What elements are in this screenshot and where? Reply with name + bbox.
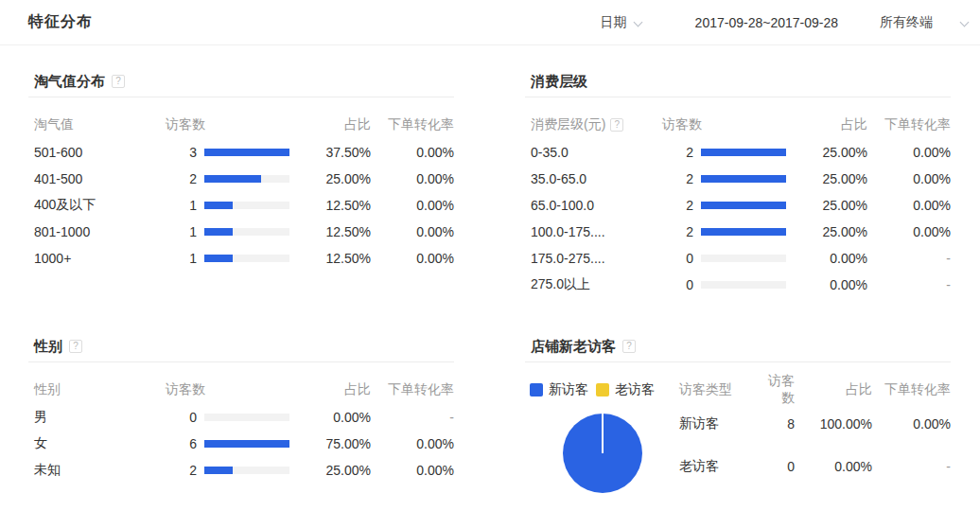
table-header: 消费层级(元) ? 访客数 占比 下单转化率: [525, 117, 951, 132]
visitor-count: 2: [662, 145, 693, 160]
share-value: 12.50%: [289, 224, 371, 239]
bar-track: [204, 228, 289, 236]
legend-label: 新访客: [549, 381, 588, 398]
bar-fill: [204, 202, 233, 209]
bar-track: [701, 202, 786, 209]
row-label: 275.0以上: [525, 276, 662, 293]
pie-legend: 新访客老访客: [525, 381, 679, 398]
panel-title: 店铺新老访客: [531, 339, 616, 354]
share-value: 25.00%: [786, 198, 867, 213]
table-row: 男00.00%-: [28, 404, 454, 431]
legend-item[interactable]: 新访客: [530, 381, 588, 398]
table-row: 175.0-275....00.00%-: [525, 245, 951, 272]
conversion-value: 0.00%: [867, 171, 951, 186]
visitor-count: 0: [764, 459, 795, 474]
column-header-share: 占比: [795, 381, 872, 398]
table-body: 0-35.0225.00%0.00%35.0-65.0225.00%0.00%6…: [525, 139, 951, 298]
column-header-label: 消费层级(元) ?: [525, 116, 662, 133]
share-value: 25.00%: [289, 171, 371, 186]
visitor-count: 1: [166, 224, 197, 239]
table-row: 501-600337.50%0.00%: [28, 139, 454, 166]
share-value: 12.50%: [289, 251, 371, 266]
date-range-picker[interactable]: 2017-09-28~2017-09-28: [695, 15, 838, 30]
table-body: 501-600337.50%0.00%401-500225.00%0.00%40…: [28, 139, 454, 272]
bar-fill: [204, 255, 233, 262]
share-value: 37.50%: [289, 145, 371, 160]
panel-title: 性别: [34, 339, 62, 354]
help-icon[interactable]: ?: [112, 75, 125, 88]
table-row: 801-1000112.50%0.00%: [28, 219, 454, 245]
conversion-value: 0.00%: [371, 171, 454, 186]
conversion-value: 0.00%: [867, 198, 951, 213]
visitor-count: 0: [662, 277, 693, 292]
table-row: 275.0以上00.00%-: [525, 272, 951, 298]
terminal-label: 所有终端: [880, 14, 933, 31]
visitor-count: 6: [166, 436, 197, 451]
table-header: 性别 访客数 占比 下单转化率: [28, 382, 454, 397]
conversion-value: 0.00%: [867, 145, 951, 160]
column-header-visitors: 访客数: [662, 116, 786, 133]
bar-track: [204, 255, 289, 262]
table-row: 400及以下112.50%0.00%: [28, 192, 454, 219]
bar-track: [204, 149, 289, 156]
panel-title: 淘气值分布: [34, 74, 105, 89]
date-type-dropdown[interactable]: 日期: [601, 14, 644, 31]
help-icon[interactable]: ?: [622, 340, 636, 353]
bar-track: [701, 281, 786, 289]
row-label: 801-1000: [28, 224, 166, 239]
table-row: 65.0-100.0225.00%0.00%: [525, 192, 951, 219]
panel-title-row: 淘气值分布 ?: [28, 74, 454, 97]
table-row: 新访客8100.00%0.00%: [679, 402, 951, 445]
column-header-label: 淘气值: [28, 116, 166, 133]
panel-consumption-level: 消费层级 消费层级(元) ? 访客数 占比 下单转化率 0-35.0225.00…: [525, 74, 951, 298]
table-row: 401-500225.00%0.00%: [28, 166, 454, 192]
visitor-count: 1: [166, 198, 197, 213]
column-header-share: 占比: [289, 381, 371, 398]
column-header-visitors: 访客数: [166, 116, 289, 133]
bar-track: [204, 202, 289, 209]
share-value: 0.00%: [795, 459, 872, 474]
legend-item[interactable]: 老访客: [596, 381, 655, 398]
help-icon[interactable]: ?: [610, 118, 623, 132]
chevron-down-icon: [633, 17, 644, 28]
page-title: 特征分布: [28, 12, 93, 32]
bar-fill: [204, 440, 289, 448]
visitor-count: 2: [166, 171, 197, 186]
legend-swatch-icon: [530, 383, 543, 396]
bar-track: [701, 149, 786, 156]
help-icon[interactable]: ?: [69, 340, 82, 353]
share-value: 100.00%: [795, 416, 872, 432]
table-row: 老访客00.00%-: [679, 445, 951, 487]
column-header-label: 性别: [28, 381, 166, 398]
table-row: 35.0-65.0225.00%0.00%: [525, 166, 951, 192]
chevron-down-icon: [959, 17, 971, 28]
pie-chart[interactable]: [563, 414, 642, 493]
table-header: 淘气值 访客数 占比 下单转化率: [28, 117, 454, 132]
row-label: 新访客: [679, 415, 764, 432]
conversion-value: -: [872, 459, 951, 474]
table-row: 1000+112.50%0.00%: [28, 245, 454, 272]
row-label: 女: [28, 435, 166, 452]
bar-fill: [204, 175, 261, 183]
conversion-value: 0.00%: [872, 416, 951, 432]
visitor-count: 3: [166, 145, 197, 160]
visitor-count: 0: [662, 251, 693, 266]
panel-gender: 性别 ? 性别 访客数 占比 下单转化率 男00.00%-女675.00%0.0…: [28, 339, 454, 487]
row-label: 35.0-65.0: [525, 171, 662, 186]
share-value: 0.00%: [289, 410, 371, 425]
share-value: 25.00%: [786, 224, 867, 239]
conversion-value: 0.00%: [371, 224, 454, 239]
row-label: 0-35.0: [525, 145, 662, 160]
panel-taoqi-distribution: 淘气值分布 ? 淘气值 访客数 占比 下单转化率 501-600337.50%0…: [28, 74, 454, 298]
bar-track: [701, 228, 786, 236]
terminal-dropdown[interactable]: 所有终端: [880, 14, 971, 31]
bar-track: [204, 414, 289, 421]
table-row: 未知225.00%0.00%: [28, 457, 454, 484]
bar-track: [204, 440, 289, 448]
date-type-label: 日期: [601, 14, 627, 31]
panel-new-old-visitors: 店铺新老访客 ? 新访客老访客 访客类型 访客数 占比 下单转化率 新访客810…: [525, 339, 951, 487]
visitor-count: 2: [662, 224, 693, 239]
bar-fill: [204, 228, 233, 236]
share-value: 12.50%: [289, 198, 371, 213]
row-label: 老访客: [679, 458, 764, 475]
